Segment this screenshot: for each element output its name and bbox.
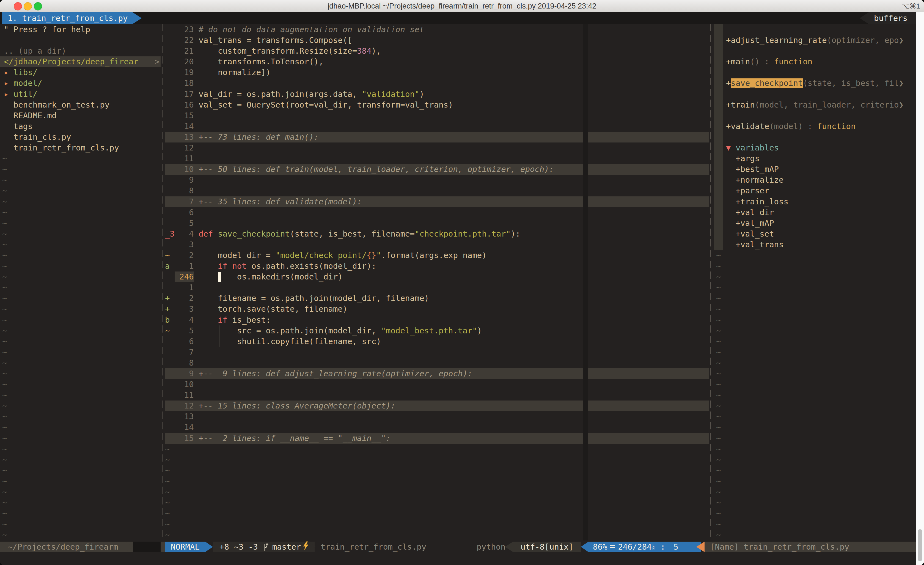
code-line[interactable]: 18 xyxy=(165,78,709,89)
code-line[interactable]: 8 xyxy=(165,358,709,368)
nerdtree-row[interactable]: ▸ model/ xyxy=(0,78,160,89)
tab-active[interactable]: 1. train_retr_from_cls.py xyxy=(2,12,132,24)
code-line[interactable]: 7 +-- 35 lines: def validate(model): xyxy=(165,197,709,207)
tagbar-row[interactable] xyxy=(714,24,916,35)
empty-line-tilde: ~ xyxy=(0,444,160,454)
code-line[interactable]: 13 xyxy=(165,411,709,422)
tagbar-row[interactable]: +val_trans xyxy=(714,239,916,250)
nerdtree-row[interactable]: benchmark_on_test.py xyxy=(0,99,160,110)
code-line[interactable]: 9 +-- 9 lines: def adjust_learning_rate(… xyxy=(165,368,709,379)
code-line[interactable]: ~2 model_dir = "model/check_point/{}".fo… xyxy=(165,250,709,261)
tagbar-row[interactable]: +val_dir xyxy=(714,207,916,218)
tagbar-row[interactable] xyxy=(714,67,916,78)
tagbar-row[interactable]: +validate(model) : function xyxy=(714,121,916,132)
tagbar-panel[interactable]: +adjust_learning_rate(optimizer, epo❯+ma… xyxy=(714,24,916,541)
line-number: 9 xyxy=(175,175,194,185)
scrollbar-track[interactable] xyxy=(916,12,924,565)
code-line[interactable]: 17 val_dir = os.path.join(args.data, "va… xyxy=(165,89,709,99)
empty-line-tilde: ~ xyxy=(0,390,160,401)
nerdtree-row[interactable]: .. (up a dir) xyxy=(0,46,160,56)
nerdtree-row[interactable]: train_retr_from_cls.py xyxy=(0,143,160,153)
line-number: 6 xyxy=(175,207,194,218)
tagbar-row[interactable]: +train_loss xyxy=(714,197,916,207)
nerdtree-row[interactable]: tags xyxy=(0,121,160,132)
statusline-edge xyxy=(160,542,165,552)
tagbar-row[interactable]: +main() : function xyxy=(714,56,916,67)
empty-line-tilde: ~ xyxy=(0,218,160,228)
tagbar-row[interactable] xyxy=(714,89,916,99)
code-line[interactable]: a1 if not os.path.exists(model_dir): xyxy=(165,261,709,272)
nerdtree-row[interactable]: README.md xyxy=(0,110,160,121)
code-line[interactable]: +3 torch.save(state, filename) xyxy=(165,304,709,314)
empty-line-tilde: ~ xyxy=(0,185,160,196)
scrollbar-thumb[interactable] xyxy=(918,529,922,561)
line-number: 22 xyxy=(175,35,194,46)
code-line[interactable]: 23 # do not do data augmentation on vali… xyxy=(165,24,709,35)
code-line[interactable]: 19 normalize]) xyxy=(165,67,709,78)
code-line[interactable]: 8 xyxy=(165,185,709,196)
code-editor[interactable]: 23 # do not do data augmentation on vali… xyxy=(165,24,709,541)
code-line[interactable]: 10 xyxy=(165,379,709,390)
code-line[interactable]: 6 shutil.copyfile(filename, src) xyxy=(165,336,709,347)
code-line[interactable]: 22 val_trans = transforms.Compose([ xyxy=(165,35,709,46)
code-line[interactable]: 246 os.makedirs(model_dir) xyxy=(165,272,709,282)
code-line[interactable]: ~5 src = os.path.join(model_dir, "model_… xyxy=(165,325,709,336)
code-line[interactable]: _34 def save_checkpoint(state, is_best, … xyxy=(165,228,709,239)
current-filename: train_retr_from_cls.py xyxy=(321,542,426,551)
tagbar-row[interactable]: +train(model, train_loader, criterio❯ xyxy=(714,99,916,110)
code-line[interactable]: 15 +-- 2 lines: if __name__ == "__main__… xyxy=(165,433,709,444)
tagbar-row[interactable]: ▼ variables xyxy=(714,143,916,153)
nerdtree-panel[interactable]: " Press ? for help.. (up a dir)</jdhao/P… xyxy=(0,24,160,541)
empty-line-tilde: ~ xyxy=(714,282,916,293)
code-line[interactable]: 9 xyxy=(165,175,709,185)
tagbar-row[interactable]: +save_checkpoint(state, is_best, fil❯ xyxy=(714,78,916,89)
nerdtree-row[interactable]: ▸ util/ xyxy=(0,89,160,99)
code-line[interactable]: 13 +-- 73 lines: def main(): xyxy=(165,132,709,143)
tagbar-row[interactable]: +args xyxy=(714,153,916,164)
code-line[interactable]: b4 if is_best: xyxy=(165,315,709,325)
code-line[interactable]: 20 transforms.ToTensor(), xyxy=(165,56,709,67)
code-line[interactable]: 14 xyxy=(165,121,709,132)
nerdtree-row[interactable]: </jdhao/Projects/deep_firear> xyxy=(0,56,160,67)
tagbar-row[interactable] xyxy=(714,46,916,56)
nerdtree-row[interactable]: train_cls.py xyxy=(0,132,160,143)
tagbar-row[interactable]: +normalize xyxy=(714,175,916,185)
tagbar-row[interactable]: +adjust_learning_rate(optimizer, epo❯ xyxy=(714,35,916,46)
code-line[interactable]: 7 xyxy=(165,347,709,358)
code-line[interactable]: 12 xyxy=(165,143,709,153)
nerdtree-row[interactable]: ▸ libs/ xyxy=(0,67,160,78)
nerdtree-row[interactable] xyxy=(0,35,160,46)
code-line[interactable]: 16 val_set = QuerySet(root=val_dir, tran… xyxy=(165,99,709,110)
code-line[interactable]: 11 xyxy=(165,390,709,401)
macos-titlebar[interactable]: jdhao-MBP.local ~/Projects/deep_firearm/… xyxy=(0,0,924,12)
code-line[interactable]: 14 xyxy=(165,422,709,433)
code-line[interactable]: 10 +-- 50 lines: def train(model, train_… xyxy=(165,164,709,175)
code-line[interactable]: 1 xyxy=(165,282,709,293)
window-separator[interactable] xyxy=(162,24,162,541)
tagbar-row[interactable]: +val_set xyxy=(714,228,916,239)
tagbar-row[interactable] xyxy=(714,132,916,143)
line-number: 8 xyxy=(175,358,194,368)
tagbar-row[interactable]: +best_mAP xyxy=(714,164,916,175)
statusline: ~/Projects/deep_firearm NORMAL +8 ~3 -3 … xyxy=(0,542,924,552)
code-line[interactable]: 5 xyxy=(165,218,709,228)
empty-line-tilde: ~ xyxy=(714,454,916,465)
tagbar-row[interactable]: +val_mAP xyxy=(714,218,916,228)
tagbar-row[interactable] xyxy=(714,110,916,121)
cursor xyxy=(218,272,221,282)
code-line[interactable]: 3 xyxy=(165,239,709,250)
code-line[interactable]: +2 filename = os.path.join(model_dir, fi… xyxy=(165,293,709,304)
empty-line-tilde: ~ xyxy=(0,175,160,185)
code-line[interactable]: 12 +-- 15 lines: class AverageMeter(obje… xyxy=(165,401,709,411)
tagbar-row[interactable]: +parser xyxy=(714,185,916,196)
code-line[interactable]: 6 xyxy=(165,207,709,218)
window-separator[interactable] xyxy=(710,24,711,541)
window-title: jdhao-MBP.local ~/Projects/deep_firearm/… xyxy=(0,0,924,12)
terminal-window: jdhao-MBP.local ~/Projects/deep_firearm/… xyxy=(0,0,924,565)
code-line[interactable]: 11 xyxy=(165,153,709,164)
code-line[interactable]: 21 custom_transform.Resize(size=384), xyxy=(165,46,709,56)
code-line[interactable]: 15 xyxy=(165,110,709,121)
empty-line-tilde: ~ xyxy=(0,239,160,250)
nerdtree-row[interactable]: " Press ? for help xyxy=(0,24,160,35)
command-line[interactable] xyxy=(0,552,924,565)
